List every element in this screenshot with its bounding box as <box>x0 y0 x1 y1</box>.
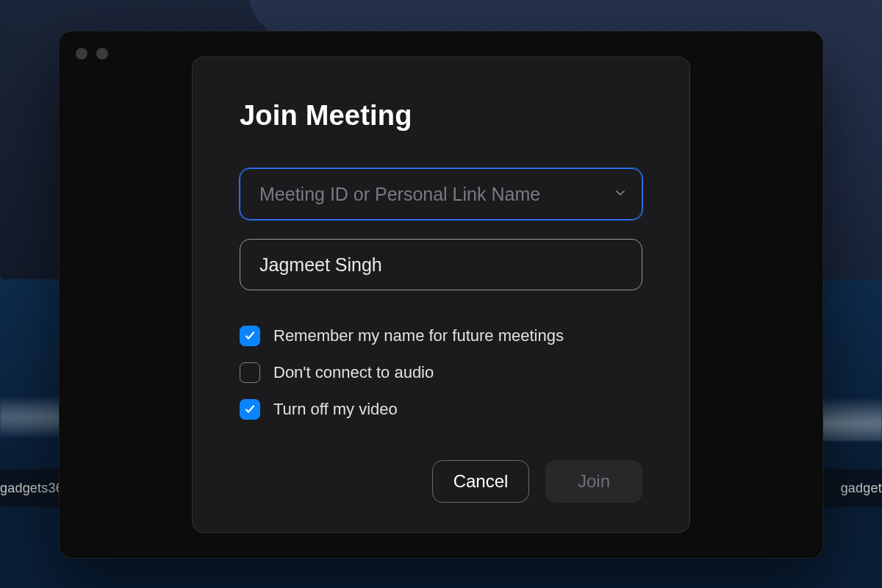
options-group: Remember my name for future meetings Don… <box>240 326 642 420</box>
option-remember-name[interactable]: Remember my name for future meetings <box>240 326 642 346</box>
join-button[interactable]: Join <box>545 460 642 503</box>
cancel-button[interactable]: Cancel <box>432 460 529 503</box>
option-label: Turn off my video <box>273 400 398 419</box>
option-turn-off-video[interactable]: Turn off my video <box>240 399 642 420</box>
option-label: Don't connect to audio <box>273 363 434 382</box>
join-meeting-dialog: Join Meeting Remember my name for future… <box>192 57 690 533</box>
watermark-text: gadgets360.com <box>841 481 882 496</box>
app-window: Join Meeting Remember my name for future… <box>59 31 823 559</box>
checkbox-icon <box>240 326 260 346</box>
checkbox-icon <box>240 362 260 383</box>
meeting-id-input[interactable] <box>240 168 642 220</box>
checkbox-icon <box>240 399 260 420</box>
display-name-field-wrap <box>240 239 642 290</box>
window-controls <box>76 48 108 60</box>
option-no-audio[interactable]: Don't connect to audio <box>240 362 642 383</box>
window-close-dot[interactable] <box>76 48 87 60</box>
dialog-title: Join Meeting <box>240 100 642 132</box>
display-name-input[interactable] <box>240 239 642 290</box>
meeting-id-field-wrap <box>240 168 642 220</box>
window-minimize-dot[interactable] <box>96 48 108 60</box>
dialog-actions: Cancel Join <box>240 460 642 503</box>
option-label: Remember my name for future meetings <box>273 326 564 345</box>
